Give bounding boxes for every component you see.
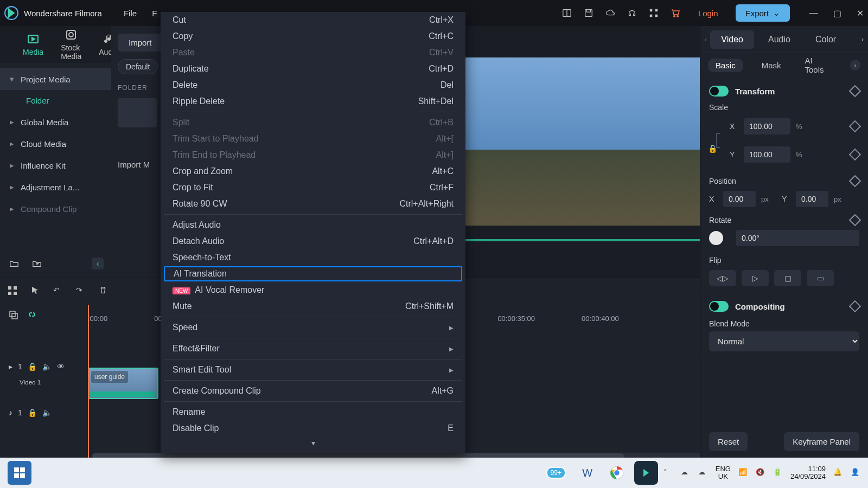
flip-reset-button[interactable]: ▭ <box>807 270 834 286</box>
cm-detach-audio[interactable]: Detach AudioCtrl+Alt+D <box>161 233 465 249</box>
pos-x-input[interactable] <box>723 191 756 207</box>
tray-chevron-icon[interactable]: ˄ <box>663 468 673 478</box>
tab-scroll-left[interactable]: ‹ <box>705 35 707 43</box>
keyframe-icon[interactable] <box>849 149 861 161</box>
cart-icon[interactable] <box>670 8 681 18</box>
cm-speed[interactable]: Speed <box>161 319 465 336</box>
keyframe-icon[interactable] <box>849 120 861 133</box>
menu-edit[interactable]: E <box>152 9 157 18</box>
insp-tab-color[interactable]: Color <box>805 30 847 49</box>
cm-copy[interactable]: CopyCtrl+C <box>161 28 465 44</box>
cm-cut[interactable]: CutCtrl+X <box>161 12 465 28</box>
keyframe-icon[interactable] <box>849 85 861 98</box>
select-icon[interactable] <box>30 286 42 298</box>
cm-create-compound[interactable]: Create Compound ClipAlt+G <box>161 383 465 399</box>
cm-ripple-delete[interactable]: Ripple DeleteShift+Del <box>161 93 465 110</box>
transform-toggle[interactable] <box>709 86 729 97</box>
flip-h-button[interactable]: ◁▷ <box>709 270 736 286</box>
minimize-icon[interactable]: — <box>809 8 818 18</box>
audio-track-icon[interactable]: ♪ <box>9 408 12 417</box>
notifications-icon[interactable]: 🔔 <box>833 468 843 478</box>
grid-icon[interactable] <box>8 286 20 298</box>
login-button[interactable]: Login <box>692 9 725 18</box>
tree-compound[interactable]: ▸Compound Clip <box>0 198 111 220</box>
blend-mode-select[interactable]: Normal <box>709 331 859 351</box>
cm-speech-to-text[interactable]: Speech-to-Text <box>161 249 465 266</box>
cm-ai-vocal-remover[interactable]: NEWAI Vocal Remover <box>161 282 465 298</box>
cm-smart-edit[interactable]: Smart Edit Tool <box>161 362 465 378</box>
playhead[interactable] <box>88 305 89 462</box>
tree-folder[interactable]: Folder <box>0 90 111 111</box>
timeline-layers-icon[interactable] <box>9 310 18 320</box>
headset-icon[interactable] <box>627 8 637 18</box>
keyframe-panel-button[interactable]: Keyframe Panel <box>784 432 859 451</box>
apps-icon[interactable] <box>648 8 659 18</box>
collapse-panel-icon[interactable]: ‹ <box>92 258 104 269</box>
lock-icon[interactable]: 🔒 <box>708 144 717 153</box>
mute-icon[interactable]: 🔈 <box>42 362 52 371</box>
visible-icon[interactable]: 👁 <box>57 362 65 371</box>
menu-file[interactable]: File <box>124 9 137 18</box>
rotate-knob[interactable] <box>709 231 723 245</box>
keyframe-icon[interactable] <box>849 214 861 227</box>
compositing-toggle[interactable] <box>709 301 729 312</box>
flip-copy-button[interactable]: ▢ <box>774 270 801 286</box>
battery-icon[interactable]: 🔋 <box>773 468 783 478</box>
tree-influence-kit[interactable]: ▸Influence Kit <box>0 155 111 176</box>
taskbar-start[interactable] <box>8 461 31 485</box>
cm-duplicate[interactable]: DuplicateCtrl+D <box>161 61 465 77</box>
cm-effect-filter[interactable]: Effect&Filter <box>161 341 465 357</box>
export-button[interactable]: Export⌄ <box>736 4 790 22</box>
scale-y-input[interactable] <box>744 146 790 163</box>
wifi-icon[interactable]: 📶 <box>738 468 748 478</box>
lock-icon[interactable]: 🔒 <box>28 362 37 371</box>
save-icon[interactable] <box>583 8 594 18</box>
scale-x-input[interactable] <box>744 118 790 134</box>
maximize-icon[interactable]: ▢ <box>833 8 841 18</box>
timeline-clip[interactable]: user guide <box>88 368 158 399</box>
undo-icon[interactable]: ↶ <box>53 286 65 298</box>
profile-icon[interactable]: 👤 <box>851 468 860 478</box>
timeline-link-icon[interactable] <box>27 310 37 320</box>
layout-icon[interactable] <box>561 8 572 18</box>
cloud-icon[interactable] <box>605 8 616 18</box>
volume-mute-icon[interactable]: 🔇 <box>756 468 765 478</box>
cm-delete[interactable]: DeleteDel <box>161 77 465 93</box>
insp-tab-video[interactable]: Video <box>710 30 754 49</box>
tree-project-media[interactable]: ▾Project Media <box>0 68 111 90</box>
folder-thumbnail[interactable] <box>118 98 157 127</box>
keyframe-icon[interactable] <box>849 300 861 313</box>
cm-rotate[interactable]: Rotate 90 CWCtrl+Alt+Right <box>161 196 465 212</box>
subtab-ai[interactable]: AI Tools <box>800 54 838 76</box>
lock-icon[interactable]: 🔒 <box>28 408 37 417</box>
cm-disable-clip[interactable]: Disable ClipE <box>161 420 465 436</box>
close-icon[interactable]: ✕ <box>857 8 864 18</box>
rotate-input[interactable] <box>736 230 859 246</box>
cm-crop-zoom[interactable]: Crop and ZoomAlt+C <box>161 163 465 179</box>
cm-rename[interactable]: Rename <box>161 404 465 420</box>
tab-scroll-right[interactable]: › <box>861 35 864 43</box>
onedrive-icon[interactable]: ☁ <box>681 468 691 478</box>
cm-scroll-down-icon[interactable]: ▾ <box>161 436 465 450</box>
clock[interactable]: 11:09 24/09/2024 <box>790 465 826 481</box>
sort-dropdown[interactable]: Default <box>118 59 158 74</box>
cm-adjust-audio[interactable]: Adjust Audio <box>161 217 465 233</box>
trash-icon[interactable] <box>99 286 111 298</box>
cm-mute[interactable]: MuteCtrl+Shift+M <box>161 298 465 314</box>
mute-icon[interactable]: 🔈 <box>42 408 52 417</box>
pos-y-input[interactable] <box>796 191 828 207</box>
new-folder-icon[interactable] <box>8 257 21 270</box>
tree-adjustment[interactable]: ▸Adjustment La... <box>0 176 111 198</box>
flip-v-button[interactable]: ▷ <box>742 270 769 286</box>
video-track-icon[interactable]: ▸ <box>9 362 12 371</box>
cm-crop-fit[interactable]: Crop to FitCtrl+F <box>161 179 465 196</box>
language-indicator[interactable]: ENG UK <box>716 465 731 481</box>
subtab-basic[interactable]: Basic <box>708 59 743 72</box>
share-folder-icon[interactable] <box>30 257 43 270</box>
cm-ai-translation[interactable]: AI Translation <box>164 266 462 281</box>
taskbar-word[interactable]: W <box>576 461 599 485</box>
insp-tab-audio[interactable]: Audio <box>757 30 801 49</box>
redo-icon[interactable]: ↷ <box>76 286 88 298</box>
import-button[interactable]: Import <box>118 34 163 52</box>
subtab-mask[interactable]: Mask <box>756 59 787 72</box>
